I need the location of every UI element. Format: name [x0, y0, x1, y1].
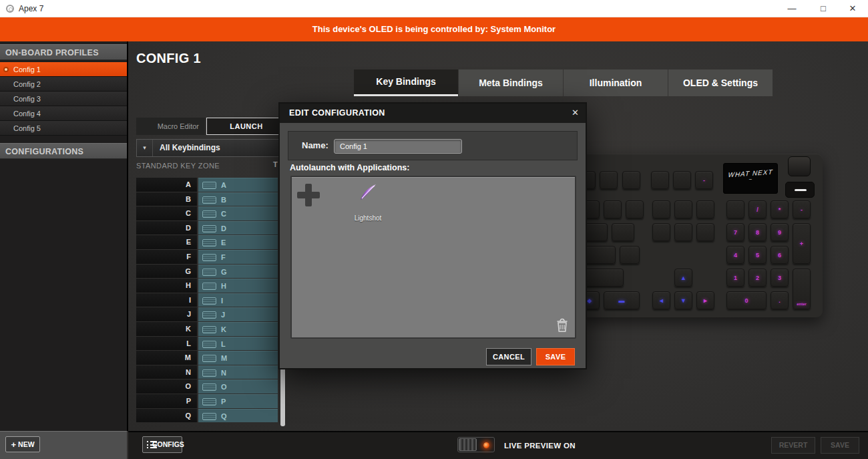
toggle-led-indicator	[483, 442, 489, 448]
key-binding-cell[interactable]: M	[198, 351, 278, 365]
binding-value-label: I	[221, 294, 223, 307]
key-binding-cell[interactable]: L	[198, 337, 278, 351]
tab-key-bindings[interactable]: Key Bindings	[354, 69, 458, 96]
name-label: Name:	[302, 140, 329, 150]
key-name-cell: C	[136, 206, 197, 220]
key-binding-cell[interactable]: G	[198, 265, 278, 279]
footer-save-button[interactable]: SAVE	[821, 437, 859, 454]
keyboard-icon	[202, 254, 216, 261]
profile-label: Config 2	[13, 77, 41, 92]
key-name-cell: A	[136, 178, 197, 192]
keyboard-key	[622, 171, 640, 189]
media-key	[785, 182, 815, 198]
maximize-button[interactable]: □	[810, 0, 837, 17]
keybinding-row: MM	[136, 351, 278, 365]
key-binding-cell[interactable]: B	[198, 192, 278, 206]
sidebar-profile-config-1[interactable]: Config 1	[0, 62, 127, 77]
modal-close-icon[interactable]: ✕	[572, 108, 579, 118]
key-binding-cell[interactable]: Q	[198, 409, 278, 423]
keybinding-row: CC	[136, 206, 278, 220]
key-name-cell: H	[136, 279, 197, 293]
keyboard-key	[674, 223, 692, 241]
modal-save-button[interactable]: SAVE	[536, 348, 575, 365]
tab-illumination[interactable]: Illumination	[564, 69, 668, 96]
chevron-down-icon: ▾	[137, 140, 153, 156]
revert-button[interactable]: REVERT	[771, 437, 815, 454]
titlebar: Apex 7 — □ ✕	[0, 0, 868, 17]
new-button[interactable]: +NEW	[5, 436, 40, 452]
page-title: CONFIG 1	[136, 51, 201, 66]
configs-button[interactable]: CONFIGS	[142, 436, 182, 453]
key-binding-cell[interactable]: N	[198, 365, 278, 379]
sidebar-profile-config-3[interactable]: Config 3	[0, 92, 127, 106]
keyboard-icon	[202, 413, 216, 420]
binding-value-label: Q	[221, 410, 227, 423]
key-binding-cell[interactable]: C	[198, 206, 278, 220]
keyboard-key	[696, 223, 714, 241]
cancel-button[interactable]: CANCEL	[486, 348, 531, 365]
tab-oled-settings[interactable]: OLED & Settings	[668, 69, 773, 96]
lightshot-feather-icon	[358, 182, 378, 202]
app-item-lightshot[interactable]: Lightshot	[347, 182, 389, 222]
keyboard-key	[600, 171, 618, 189]
tab-launch[interactable]: LAUNCH	[206, 118, 286, 135]
keyboard-key: -	[793, 200, 811, 218]
keyboard-key	[674, 200, 692, 218]
keyboard-icon	[202, 239, 216, 247]
key-binding-cell[interactable]: P	[198, 394, 278, 408]
sidebar-profile-config-4[interactable]: Config 4	[0, 106, 127, 121]
name-input[interactable]	[334, 139, 462, 154]
keyboard-key	[620, 246, 640, 264]
close-button[interactable]: ✕	[839, 0, 866, 17]
binding-value-label: G	[221, 265, 227, 279]
minimize-button[interactable]: —	[779, 0, 805, 17]
live-preview-toggle[interactable]	[457, 437, 495, 452]
keyboard-key	[626, 200, 644, 218]
keybinding-row: EE	[136, 235, 278, 249]
keyboard-key: 3	[771, 269, 789, 287]
profile-label: Config 5	[13, 121, 41, 136]
sidebar-profile-config-2[interactable]: Config 2	[0, 77, 127, 92]
key-binding-cell[interactable]: A	[198, 178, 278, 192]
key-name-cell: B	[136, 192, 197, 206]
keyboard-key	[696, 200, 714, 218]
name-section: Name:	[288, 131, 578, 160]
key-binding-cell[interactable]: E	[198, 235, 278, 249]
keyboard-icon	[202, 355, 216, 362]
keyboard-key: .	[771, 291, 789, 309]
toggle-handle[interactable]	[459, 438, 477, 451]
key-name-cell: J	[136, 307, 197, 321]
main-tabs: Key BindingsMeta BindingsIlluminationOLE…	[354, 69, 773, 96]
key-binding-cell[interactable]: I	[198, 293, 278, 307]
trash-icon[interactable]	[555, 317, 570, 333]
keybinding-row: LL	[136, 337, 278, 351]
keybinding-row: KK	[136, 322, 278, 336]
tab-meta-bindings[interactable]: Meta Bindings	[459, 69, 563, 96]
footer-bar: CONFIGS LIVE PREVIEW ON REVERT SAVE	[128, 431, 868, 459]
plus-icon: +	[11, 440, 16, 450]
partially-hidden-text: T	[273, 160, 278, 168]
key-binding-cell[interactable]: O	[198, 379, 278, 394]
tab-macro-editor[interactable]: Macro Editor	[136, 118, 205, 135]
key-binding-cell[interactable]: K	[198, 322, 278, 336]
key-binding-cell[interactable]: H	[198, 279, 278, 293]
key-name-cell: I	[136, 293, 197, 307]
key-binding-cell[interactable]: D	[198, 221, 278, 235]
binding-value-label: H	[221, 279, 226, 293]
sidebar-footer: +NEW	[0, 431, 127, 459]
live-preview-label: LIVE PREVIEW ON	[504, 442, 576, 450]
sidebar: ON-BOARD PROFILES Config 1Config 2Config…	[0, 41, 128, 431]
bindings-scrollbar-thumb[interactable]	[280, 367, 285, 426]
key-binding-cell[interactable]: F	[198, 250, 278, 264]
sidebar-profile-config-5[interactable]: Config 5	[0, 121, 127, 136]
keyboard-icon	[202, 225, 216, 233]
profiles-list: Config 1Config 2Config 3Config 4Config 5	[0, 62, 127, 136]
keyboard-icon	[202, 326, 216, 333]
add-application-button[interactable]	[297, 184, 320, 206]
key-binding-cell[interactable]: J	[198, 307, 278, 321]
keyboard-icon	[202, 297, 216, 305]
keybindings-filter-dropdown[interactable]: ▾ All Keybindings	[136, 139, 279, 157]
keyboard-oled-screen: WHAT NEXT ~	[723, 163, 778, 194]
keyboard-icon	[202, 283, 216, 290]
keyboard-icon	[202, 341, 216, 348]
